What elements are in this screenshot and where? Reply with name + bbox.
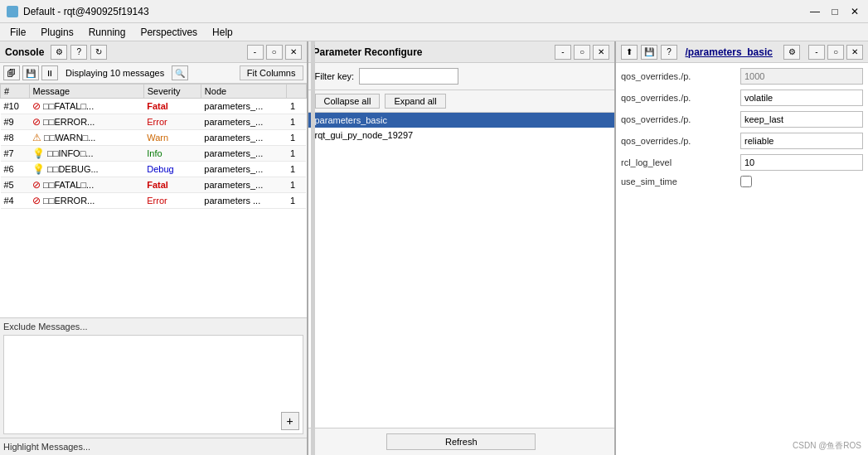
collapse-all-button[interactable]: Collapse all (315, 94, 381, 109)
param-header: Parameter Reconfigure - ○ ✕ (308, 41, 615, 63)
menu-file[interactable]: File (3, 25, 32, 40)
console-detach-button[interactable]: - (247, 45, 264, 60)
menu-perspectives[interactable]: Perspectives (133, 25, 204, 40)
tree-node-item[interactable]: parameters_basic (308, 113, 615, 128)
close-button[interactable]: ✕ (848, 5, 861, 18)
title-bar: Default - rqt@490925f19143 — □ ✕ (0, 0, 868, 23)
console-panel-controls: - ○ ✕ (247, 45, 302, 60)
props-help-button[interactable]: ? (661, 45, 677, 60)
table-row[interactable]: #8 ⚠ □□WARN□... Warn parameters_... 1 (1, 130, 307, 146)
cell-message: ⊘ □□FATAL□... (29, 177, 143, 193)
refresh-button[interactable]: Refresh (386, 433, 536, 450)
prop-row: use_sim_time (621, 176, 863, 187)
cell-severity: Fatal (143, 99, 201, 114)
cell-severity: Error (143, 114, 201, 130)
add-exclude-button[interactable]: + (281, 412, 299, 430)
table-row[interactable]: #10 ⊘ □□FATAL□... Fatal parameters_... 1 (1, 99, 307, 114)
table-row[interactable]: #7 💡 □□INFO□... Info parameters_... 1 (1, 146, 307, 162)
props-detach-button[interactable]: - (808, 45, 825, 60)
prop-label: qos_overrides./p. (621, 136, 737, 146)
prop-row: qos_overrides./p. (621, 111, 863, 128)
props-content: qos_overrides./p.qos_overrides./p.qos_ov… (616, 63, 868, 455)
props-panel-controls: - ○ ✕ (808, 45, 863, 60)
cell-message: ⊘ □□ERROR... (29, 193, 143, 209)
console-table[interactable]: # Message Severity Node #10 ⊘ □□FATAL□..… (0, 84, 307, 317)
menu-help[interactable]: Help (206, 25, 240, 40)
cell-node: parameters_... (201, 146, 287, 162)
filter-key-label: Filter key: (315, 71, 355, 81)
table-row[interactable]: #6 💡 □□DEBUG... Debug parameters_... 1 (1, 162, 307, 177)
props-settings-button[interactable]: ⚙ (783, 45, 800, 60)
highlight-label[interactable]: Highlight Messages... (3, 442, 303, 452)
exclude-section: Exclude Messages... + (0, 317, 307, 438)
filter-area: Filter key: (308, 63, 615, 90)
param-float-button[interactable]: ○ (574, 45, 590, 60)
prop-row: qos_overrides./p. (621, 68, 863, 85)
props-upload-button[interactable]: ⬆ (621, 45, 638, 60)
prop-checkbox[interactable] (740, 176, 752, 187)
cell-message: ⊘ □□ERROR... (29, 114, 143, 130)
console-clear-button[interactable]: 🗐 (3, 65, 20, 80)
maximize-button[interactable]: □ (828, 5, 841, 18)
console-pause-button[interactable]: ⏸ (41, 65, 58, 80)
cell-id: #6 (1, 162, 30, 177)
minimize-button[interactable]: — (808, 5, 822, 18)
console-resize-handle[interactable]: ··· (311, 41, 315, 455)
console-filter-button[interactable]: 🔍 (172, 65, 188, 80)
tree-node-item[interactable]: rqt_gui_py_node_19297 (308, 128, 615, 143)
prop-label: rcl_log_level (621, 157, 737, 167)
col-extra (287, 85, 306, 99)
prop-value-input[interactable] (740, 68, 863, 85)
collapse-expand-bar: Collapse all Expand all (308, 90, 615, 113)
console-save-button[interactable]: 💾 (22, 65, 39, 80)
prop-value-input[interactable] (740, 111, 863, 128)
cell-severity: Info (143, 146, 201, 162)
console-title: Console (5, 46, 44, 58)
menu-running[interactable]: Running (82, 25, 133, 40)
cell-severity: Warn (143, 130, 201, 146)
table-row[interactable]: #9 ⊘ □□ERROR... Error parameters_... 1 (1, 114, 307, 130)
table-row[interactable]: #5 ⊘ □□FATAL□... Fatal parameters_... 1 (1, 177, 307, 193)
console-help-button[interactable]: ? (70, 45, 87, 60)
cell-node: parameters_... (201, 162, 287, 177)
props-header: ⬆ 💾 ? /parameters_basic ⚙ - ○ ✕ (616, 41, 868, 63)
exclude-label[interactable]: Exclude Messages... (3, 322, 303, 332)
refresh-bar: Refresh (308, 428, 615, 455)
console-header: Console ⚙ ? ↻ - ○ ✕ (0, 41, 307, 63)
cell-extra: 1 (287, 162, 306, 177)
prop-label: qos_overrides./p. (621, 93, 737, 103)
param-close-button[interactable]: ✕ (593, 45, 609, 60)
console-settings-button[interactable]: ⚙ (51, 45, 67, 60)
cell-extra: 1 (287, 114, 306, 130)
filter-key-input[interactable] (359, 68, 458, 85)
prop-value-input[interactable] (740, 133, 863, 149)
props-close-button[interactable]: ✕ (846, 45, 863, 60)
highlight-section: Highlight Messages... (0, 438, 307, 455)
prop-label: use_sim_time (621, 177, 737, 186)
props-float-button[interactable]: ○ (827, 45, 844, 60)
prop-value-input[interactable] (740, 154, 863, 171)
app-title: Default - rqt@490925f19143 (23, 6, 149, 17)
cell-id: #8 (1, 130, 30, 146)
prop-row: rcl_log_level (621, 154, 863, 171)
param-panel-controls: - ○ ✕ (555, 45, 609, 60)
console-float-button[interactable]: ○ (266, 45, 283, 60)
col-message: Message (29, 85, 143, 99)
table-row[interactable]: #4 ⊘ □□ERROR... Error parameters ... 1 (1, 193, 307, 209)
console-close-button[interactable]: ✕ (285, 45, 302, 60)
props-save-button[interactable]: 💾 (641, 45, 657, 60)
watermark: CSDN @鱼香ROS (793, 440, 861, 452)
prop-value-input[interactable] (740, 90, 863, 106)
param-panel: Parameter Reconfigure - ○ ✕ Filter key: … (308, 41, 617, 455)
cell-id: #4 (1, 193, 30, 209)
cell-message: ⊘ □□FATAL□... (29, 99, 143, 114)
cell-node: parameters_... (201, 130, 287, 146)
fit-columns-button[interactable]: Fit Columns (240, 65, 303, 80)
node-tree: parameters_basicrqt_gui_py_node_19297 (308, 113, 615, 428)
console-refresh-button[interactable]: ↻ (90, 45, 107, 60)
expand-all-button[interactable]: Expand all (385, 94, 445, 109)
menu-plugins[interactable]: Plugins (34, 25, 80, 40)
main-area: Console ⚙ ? ↻ - ○ ✕ 🗐 💾 ⏸ Displaying 10 … (0, 41, 868, 455)
cell-node: parameters_... (201, 99, 287, 114)
param-detach-button[interactable]: - (555, 45, 571, 60)
